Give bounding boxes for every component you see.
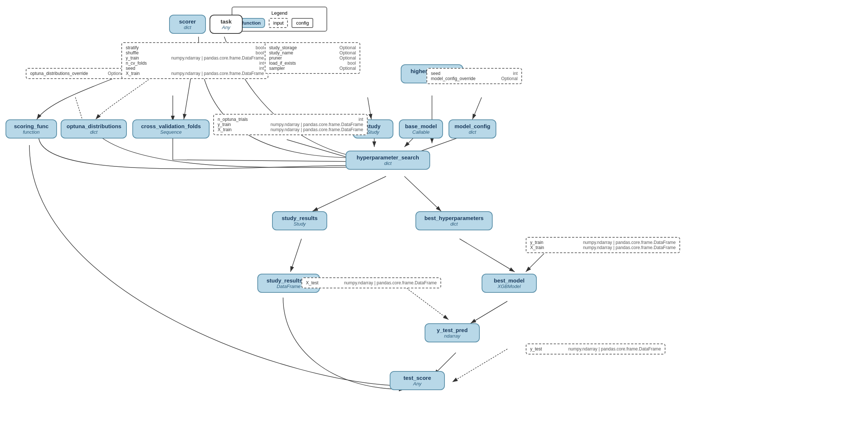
legend-box: Legend function input config bbox=[232, 7, 327, 32]
node-best-model: best_model XGBModel bbox=[482, 274, 537, 293]
legend-title: Legend bbox=[237, 10, 321, 16]
input-box-x-test: X_testnumpy.ndarray | pandas.core.frame.… bbox=[301, 277, 441, 288]
input-box-optuna-override: optuna_distributions_override Optional bbox=[26, 68, 129, 79]
input-box-best-model: y_trainnumpy.ndarray | pandas.core.frame… bbox=[526, 237, 680, 253]
legend-input: input bbox=[269, 18, 288, 28]
node-base-model: base_model Callable bbox=[399, 119, 443, 138]
input-box-hyperparameter: n_optuna_trialsint y_trainnumpy.ndarray … bbox=[213, 114, 368, 135]
node-task: task Any bbox=[210, 15, 243, 34]
node-model-config: model_config dict bbox=[449, 119, 496, 138]
node-scoring-func: scoring_func function bbox=[6, 119, 57, 138]
node-hyperparameter-search: hyperparameter_search dict bbox=[346, 151, 430, 170]
node-cross-validation-folds: cross_validation_folds Sequence bbox=[132, 119, 210, 138]
input-box-model-config: seedint model_config_overrideOptional bbox=[426, 68, 522, 84]
input-box-cross-val: stratifybool shufflebool y_trainnumpy.nd… bbox=[121, 42, 268, 79]
legend-items: function input config bbox=[237, 18, 321, 28]
node-scorer: scorer dict bbox=[169, 15, 206, 34]
node-best-hyperparameters: best_hyperparameters dict bbox=[415, 211, 493, 230]
node-study-results: study_results Study bbox=[272, 211, 327, 230]
input-box-y-test: y_testnumpy.ndarray | pandas.core.frame.… bbox=[526, 343, 665, 355]
input-box-study: study_storageOptional study_nameOptional… bbox=[265, 42, 360, 74]
node-optuna-distributions: optuna_distributions dict bbox=[61, 119, 127, 138]
diagram-container: Legend function input config scorer dict… bbox=[0, 0, 868, 421]
node-y-test-pred: y_test_pred ndarray bbox=[425, 323, 480, 342]
node-test-score: test_score Any bbox=[390, 371, 445, 390]
legend-config: config bbox=[292, 18, 313, 28]
